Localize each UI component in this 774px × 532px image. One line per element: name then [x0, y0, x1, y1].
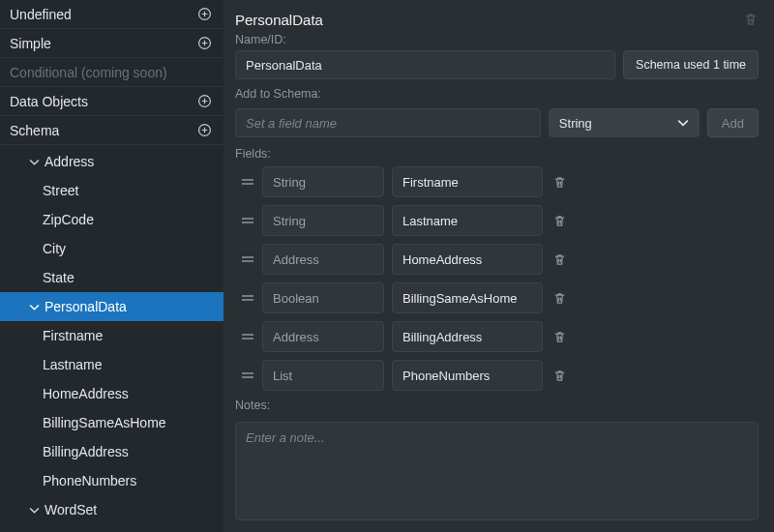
tree-leaf[interactable]: Street [0, 176, 223, 205]
field-name: BillingSameAsHome [402, 291, 518, 306]
tree-leaf[interactable]: State [0, 263, 223, 292]
sidebar-section-undefined[interactable]: Undefined [0, 0, 223, 29]
field-type: Boolean [273, 291, 319, 306]
name-input[interactable]: PersonalData [235, 50, 615, 79]
field-name: Lastname [402, 214, 458, 228]
field-type: Address [273, 330, 319, 344]
tree-leaf[interactable]: Lastname [0, 350, 223, 379]
node-label: Firstname [43, 328, 103, 343]
sidebar: Undefined Simple Conditional (coming soo… [0, 0, 223, 532]
field-name: PhoneNumbers [402, 369, 490, 383]
section-label: Undefined [10, 7, 72, 22]
field-row: BooleanBillingSameAsHome [235, 282, 759, 313]
tree-leaf[interactable]: Firstname [0, 321, 223, 350]
drag-handle-icon[interactable] [239, 254, 256, 264]
notes-textarea[interactable]: Enter a note... [235, 422, 759, 520]
node-label: Address [45, 154, 94, 169]
sidebar-section-simple[interactable]: Simple [0, 29, 223, 58]
sidebar-section-schema[interactable]: Schema [0, 116, 223, 145]
drag-handle-icon[interactable] [239, 177, 256, 187]
field-name-input[interactable]: Firstname [392, 166, 543, 197]
plus-icon[interactable] [196, 94, 212, 109]
field-row: StringFirstname [235, 166, 759, 197]
node-label: Lastname [43, 357, 102, 372]
field-type-input[interactable]: Address [262, 321, 384, 352]
field-name-input[interactable]: BillingAddress [392, 321, 543, 352]
chevron-down-icon [27, 505, 41, 516]
new-field-name-input[interactable]: Set a field name [235, 108, 541, 137]
plus-icon[interactable] [196, 36, 212, 51]
tree-leaf[interactable]: BillingAddress [0, 437, 223, 466]
tree-leaf[interactable]: PhoneNumbers [0, 466, 223, 495]
node-label: Street [43, 183, 78, 198]
field-type-input[interactable]: String [262, 166, 384, 197]
field-row: ListPhoneNumbers [235, 360, 759, 391]
node-label: BillingAddress [43, 444, 129, 459]
section-label: Simple [10, 36, 51, 51]
sidebar-section-data-objects[interactable]: Data Objects [0, 87, 223, 116]
field-type: String [273, 214, 306, 228]
add-button[interactable]: Add [707, 108, 759, 137]
add-label: Add to Schema: [235, 87, 759, 101]
field-name-input[interactable]: PhoneNumbers [392, 360, 543, 391]
section-label: Conditional (coming soon) [10, 65, 167, 80]
field-type-input[interactable]: String [262, 205, 384, 236]
node-label: City [43, 241, 66, 256]
tree-leaf[interactable]: BillingSameAsHome [0, 408, 223, 437]
tree-node-wordset[interactable]: WordSet [0, 495, 223, 524]
trash-icon[interactable] [552, 214, 567, 228]
section-label: Data Objects [10, 94, 88, 109]
node-label: ZipCode [43, 212, 94, 227]
chevron-down-icon [27, 302, 41, 312]
drag-handle-icon[interactable] [239, 370, 256, 380]
field-type-input[interactable]: List [262, 360, 384, 391]
node-label: BillingSameAsHome [43, 415, 166, 430]
node-label: PersonalData [45, 299, 127, 314]
field-type-input[interactable]: Address [262, 244, 384, 275]
section-label: Schema [10, 123, 59, 138]
sidebar-section-conditional: Conditional (coming soon) [0, 58, 223, 87]
chevron-down-icon [677, 117, 689, 129]
field-name-input[interactable]: Lastname [392, 205, 543, 236]
notes-placeholder: Enter a note... [246, 430, 325, 445]
node-label: WordSet [45, 502, 97, 517]
trash-icon[interactable] [552, 369, 567, 383]
page-title: PersonalData [235, 12, 323, 28]
field-type: List [273, 369, 292, 383]
drag-handle-icon[interactable] [239, 332, 256, 341]
plus-icon[interactable] [196, 123, 212, 138]
tree-leaf[interactable]: HomeAddress [0, 379, 223, 408]
field-type: Address [273, 252, 319, 267]
selected-type: String [559, 116, 592, 131]
fields-list: StringFirstnameStringLastnameAddressHome… [235, 166, 759, 391]
field-row: StringLastname [235, 205, 759, 236]
field-row: AddressHomeAddress [235, 244, 759, 275]
trash-icon[interactable] [552, 175, 567, 190]
tree-node-personaldata[interactable]: PersonalData [0, 292, 223, 321]
drag-handle-icon[interactable] [239, 216, 256, 225]
field-name-input[interactable]: BillingSameAsHome [392, 282, 543, 313]
trash-icon[interactable] [552, 291, 567, 306]
type-select[interactable]: String [549, 108, 700, 137]
schema-tree: Address Street ZipCode City State Person… [0, 145, 223, 532]
usage-badge[interactable]: Schema used 1 time [623, 50, 759, 79]
field-name: BillingAddress [402, 330, 482, 344]
fields-label: Fields: [235, 147, 759, 161]
placeholder-text: Set a field name [246, 116, 337, 131]
notes-label: Notes: [235, 399, 759, 412]
field-name-input[interactable]: HomeAddress [392, 244, 543, 275]
node-label: HomeAddress [43, 386, 129, 401]
field-name: Firstname [402, 175, 459, 190]
field-type-input[interactable]: Boolean [262, 282, 384, 313]
tree-leaf[interactable]: City [0, 234, 223, 263]
tree-node-address[interactable]: Address [0, 147, 223, 176]
trash-icon[interactable] [743, 12, 759, 27]
name-label: Name/ID: [235, 33, 759, 46]
tree-leaf[interactable]: ZipCode [0, 205, 223, 234]
drag-handle-icon[interactable] [239, 293, 256, 303]
trash-icon[interactable] [552, 330, 567, 344]
plus-icon[interactable] [196, 7, 212, 22]
trash-icon[interactable] [552, 252, 567, 267]
editor-panel: PersonalData Name/ID: PersonalData Schem… [223, 0, 774, 532]
field-type: String [273, 175, 306, 190]
